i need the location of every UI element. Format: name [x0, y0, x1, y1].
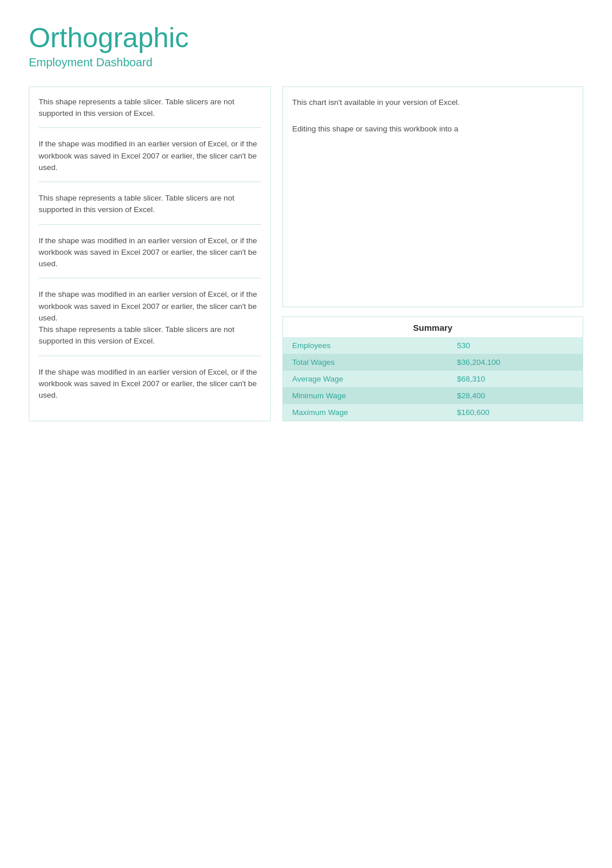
- summary-label-4: Maximum Wage: [283, 404, 448, 421]
- summary-row-3: Minimum Wage$28,400: [283, 387, 583, 404]
- page-title: Orthographic: [29, 23, 583, 54]
- slicer-block-3: If the shape was modified in an earlier …: [39, 289, 261, 356]
- summary-value-1: $36,204,100: [448, 354, 583, 371]
- summary-container: Summary Employees530Total Wages$36,204,1…: [282, 316, 583, 421]
- summary-row-0: Employees530: [283, 337, 583, 354]
- slicer-text-2b: If the shape was modified in an earlier …: [39, 235, 261, 270]
- summary-value-2: $68,310: [448, 371, 583, 387]
- summary-value-4: $160,600: [448, 404, 583, 421]
- slicer-text-1b: If the shape was modified in an earlier …: [39, 138, 261, 173]
- summary-value-3: $28,400: [448, 387, 583, 404]
- slicer-block-2b: If the shape was modified in an earlier …: [39, 235, 261, 279]
- summary-label-2: Average Wage: [283, 371, 448, 387]
- right-panel: This chart isn't available in your versi…: [282, 86, 583, 422]
- summary-label-3: Minimum Wage: [283, 387, 448, 404]
- slicer-text-2a: This shape represents a table slicer. Ta…: [39, 193, 261, 216]
- summary-label-0: Employees: [283, 337, 448, 354]
- chart-notice-line1: This chart isn't available in your versi…: [292, 96, 573, 110]
- chart-notice-line2: Editing this shape or saving this workbo…: [292, 123, 573, 136]
- slicer-block-4: If the shape was modified in an earlier …: [39, 367, 261, 402]
- summary-title: Summary: [283, 317, 583, 337]
- summary-value-0: 530: [448, 337, 583, 354]
- left-panel: This shape represents a table slicer. Ta…: [29, 86, 271, 422]
- slicer-block-1: This shape represents a table slicer. Ta…: [39, 96, 261, 129]
- slicer-text-1a: This shape represents a table slicer. Ta…: [39, 96, 261, 120]
- slicer-block-2: This shape represents a table slicer. Ta…: [39, 193, 261, 225]
- summary-label-1: Total Wages: [283, 354, 448, 371]
- slicer-text-4: If the shape was modified in an earlier …: [39, 367, 261, 402]
- summary-table: Employees530Total Wages$36,204,100Averag…: [283, 337, 583, 421]
- summary-row-1: Total Wages$36,204,100: [283, 354, 583, 371]
- summary-row-2: Average Wage$68,310: [283, 371, 583, 387]
- summary-row-4: Maximum Wage$160,600: [283, 404, 583, 421]
- slicer-text-3a: If the shape was modified in an earlier …: [39, 289, 261, 347]
- main-content: This shape represents a table slicer. Ta…: [29, 86, 583, 422]
- slicer-block-1b: If the shape was modified in an earlier …: [39, 138, 261, 182]
- chart-notice: This chart isn't available in your versi…: [282, 86, 583, 308]
- page-subtitle: Employment Dashboard: [29, 56, 583, 69]
